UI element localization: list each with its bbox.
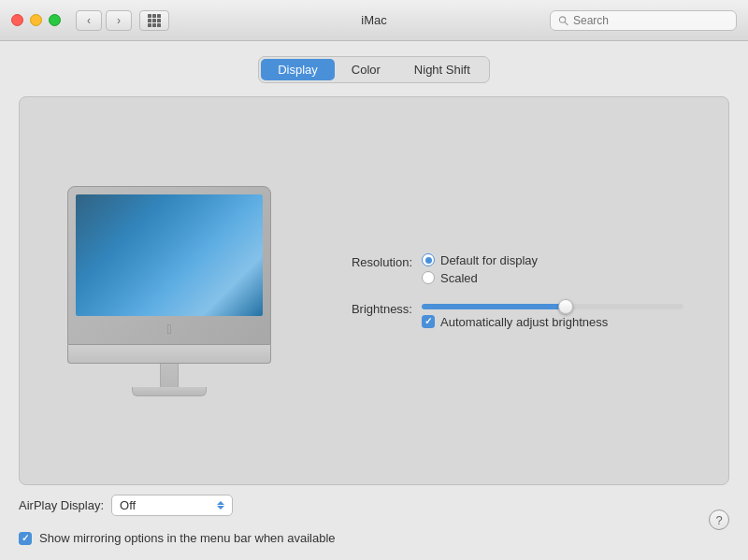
resolution-default-label: Default for display: [440, 253, 538, 267]
imac-neck: [160, 364, 179, 387]
back-button[interactable]: ‹: [76, 10, 102, 31]
tabs: Display Color Night Shift: [258, 56, 490, 83]
close-button[interactable]: [11, 14, 23, 26]
tab-bar: Display Color Night Shift: [19, 56, 729, 83]
tab-night-shift[interactable]: Night Shift: [397, 59, 487, 80]
auto-brightness[interactable]: Automatically adjust brightness: [422, 315, 683, 329]
resolution-label: Resolution:: [328, 253, 412, 269]
resolution-row: Resolution: Default for display Scaled: [328, 253, 700, 285]
arrow-up-icon: [217, 501, 224, 505]
auto-brightness-checkbox[interactable]: [422, 315, 435, 328]
mirroring-checkbox[interactable]: [19, 532, 32, 545]
svg-line-1: [565, 22, 568, 24]
imac-chin: [67, 345, 271, 364]
resolution-default[interactable]: Default for display: [422, 253, 538, 267]
search-bar[interactable]: [550, 10, 737, 31]
imac-illustration: : [48, 186, 291, 396]
select-arrows-icon: [217, 501, 224, 510]
radio-default[interactable]: [422, 253, 435, 266]
arrow-down-icon: [217, 506, 224, 510]
brightness-slider[interactable]: [422, 304, 683, 309]
display-panel:  Resolution: Default for display: [19, 96, 729, 485]
resolution-options: Default for display Scaled: [422, 253, 538, 285]
imac: : [67, 186, 271, 396]
brightness-control: Automatically adjust brightness: [422, 300, 683, 329]
airplay-row: AirPlay Display: Off: [19, 495, 709, 516]
imac-base: [132, 387, 207, 396]
forward-button[interactable]: ›: [106, 10, 132, 31]
help-button[interactable]: ?: [709, 510, 729, 530]
brightness-row: Brightness: Automatically adjust brightn…: [328, 300, 700, 329]
settings-area: Resolution: Default for display Scaled B…: [328, 253, 700, 329]
mirroring-row: Show mirroring options in the menu bar w…: [19, 531, 709, 545]
airplay-label: AirPlay Display:: [19, 498, 104, 512]
imac-screen: [76, 194, 263, 316]
resolution-scaled-label: Scaled: [440, 271, 478, 285]
auto-brightness-label: Automatically adjust brightness: [440, 315, 608, 329]
mirroring-label: Show mirroring options in the menu bar w…: [39, 531, 336, 545]
minimize-button[interactable]: [30, 14, 42, 26]
titlebar: ‹ › iMac: [0, 0, 748, 41]
nav-buttons: ‹ ›: [76, 10, 132, 31]
airplay-value: Off: [120, 498, 136, 512]
window-title: iMac: [361, 13, 386, 27]
maximize-button[interactable]: [49, 14, 61, 26]
traffic-lights: [11, 14, 61, 26]
radio-scaled[interactable]: [422, 271, 435, 284]
bottom-bar: AirPlay Display: Off Show mirroring opti…: [19, 485, 729, 549]
svg-point-0: [559, 16, 565, 22]
main-content: Display Color Night Shift  Resolution:: [0, 41, 748, 560]
search-icon: [558, 15, 568, 26]
tab-display[interactable]: Display: [261, 59, 335, 80]
slider-thumb[interactable]: [558, 299, 573, 314]
apple-icon: : [166, 322, 171, 337]
resolution-scaled[interactable]: Scaled: [422, 271, 538, 285]
grid-button[interactable]: [139, 10, 169, 31]
grid-icon: [148, 14, 161, 27]
imac-bezel: : [67, 186, 271, 345]
tab-color[interactable]: Color: [335, 59, 397, 80]
search-input[interactable]: [573, 14, 728, 27]
airplay-select[interactable]: Off: [111, 495, 233, 516]
brightness-label: Brightness:: [328, 300, 412, 316]
